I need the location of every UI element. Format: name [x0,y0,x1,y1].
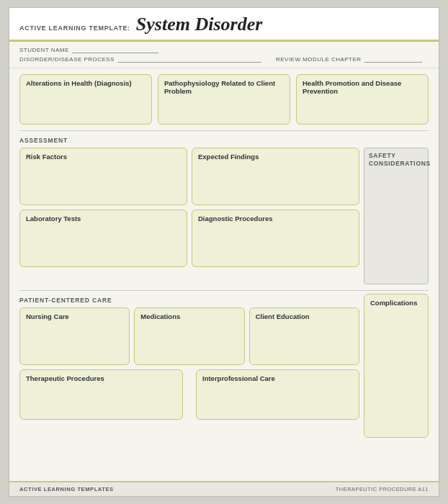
footer-right-text: THERAPEUTIC PROCEDURE A11 [336,486,429,492]
student-name-label: STUDENT NAME [19,47,69,53]
student-info-section: STUDENT NAME DISORDER/DISEASE PROCESS RE… [9,42,439,68]
patient-care-wrapper: PATIENT-CENTERED CARE Nursing Care Medic… [9,291,439,444]
diagnostic-procedures-box: Diagnostic Procedures [192,210,359,267]
laboratory-tests-box: Laboratory Tests [19,210,187,267]
assessment-main: Risk Factors Expected Findings Laborator… [19,148,359,284]
page-title: System Disorder [136,14,263,35]
disorder-field: DISORDER/DISEASE PROCESS [19,55,261,63]
expected-findings-box: Expected Findings [192,148,359,205]
assessment-row-1: Risk Factors Expected Findings [19,148,359,205]
top-boxes-section: Alterations in Health (Diagnosis) Pathop… [9,68,439,130]
medications-box: Medications [134,307,244,365]
client-education-label: Client Education [256,312,353,320]
safety-label: SAFETYCONSIDERATIONS [369,152,424,168]
assessment-section: ASSESSMENT Risk Factors Expected Finding… [9,131,439,290]
therapeutic-procedures-box: Therapeutic Procedures [19,369,183,420]
interprofessional-care-label: Interprofessional Care [202,374,353,382]
interprofessional-care-box: Interprofessional Care [196,369,359,420]
alterations-box: Alterations in Health (Diagnosis) [19,74,152,125]
header: ACTIVE LEARNING TEMPLATE: System Disorde… [9,8,439,42]
patient-care-top-row: Nursing Care Medications Client Educatio… [19,307,359,365]
health-promotion-box: Health Promotion and Disease Prevention [296,74,429,125]
assessment-row-2: Laboratory Tests Diagnostic Procedures [19,210,359,267]
risk-factors-box: Risk Factors [19,148,187,205]
review-module-field: REVIEW MODULE CHAPTER [276,55,422,63]
review-module-label: REVIEW MODULE CHAPTER [276,56,362,63]
complications-box: Complications [364,294,429,438]
laboratory-tests-label: Laboratory Tests [26,215,181,222]
footer-left-text: ACTIVE LEARNING TEMPLATES [19,486,114,492]
pathophysiology-box: Pathophysiology Related to Client Proble… [158,74,290,125]
footer: ACTIVE LEARNING TEMPLATES THERAPEUTIC PR… [9,481,439,496]
health-promotion-label: Health Promotion and Disease Prevention [303,79,422,95]
alterations-label: Alterations in Health (Diagnosis) [26,79,145,87]
diagnostic-procedures-label: Diagnostic Procedures [198,215,353,222]
patient-care-section: PATIENT-CENTERED CARE Nursing Care Medic… [19,294,359,438]
complications-label: Complications [370,299,422,307]
review-module-line [364,55,422,63]
medications-label: Medications [140,312,238,320]
student-name-line [72,46,158,53]
disorder-label: DISORDER/DISEASE PROCESS [19,56,115,63]
assessment-area: Risk Factors Expected Findings Laborator… [19,148,429,284]
page-container: ACTIVE LEARNING TEMPLATE: System Disorde… [9,7,439,497]
assessment-header: ASSESSMENT [19,134,429,144]
risk-factors-label: Risk Factors [26,153,181,161]
active-learning-label: ACTIVE LEARNING TEMPLATE: [19,24,130,32]
spacer [187,369,192,420]
client-education-box: Client Education [249,307,359,365]
patient-care-header: PATIENT-CENTERED CARE [19,294,359,304]
patient-care-bottom-row: Therapeutic Procedures Interprofessional… [19,369,359,420]
nursing-care-label: Nursing Care [26,312,123,320]
pathophysiology-label: Pathophysiology Related to Client Proble… [164,79,284,95]
nursing-care-box: Nursing Care [19,307,130,365]
expected-findings-label: Expected Findings [198,153,353,161]
disorder-line [117,55,261,63]
therapeutic-procedures-label: Therapeutic Procedures [26,374,176,382]
safety-considerations-box: SAFETYCONSIDERATIONS [364,148,429,284]
student-name-field: STUDENT NAME [19,46,158,53]
